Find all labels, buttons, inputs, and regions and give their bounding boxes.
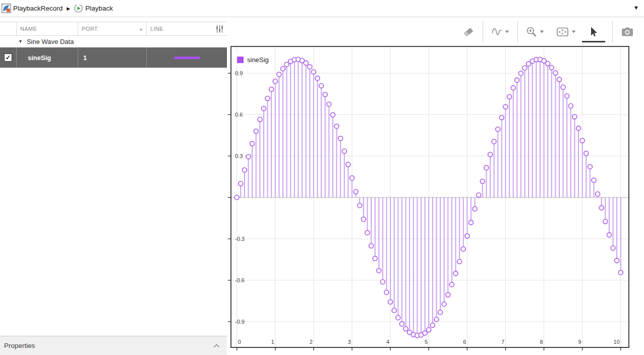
- row-port-cell: 1: [78, 47, 147, 68]
- signal-checkbox[interactable]: ✓: [4, 54, 12, 62]
- dropdown-caret-icon[interactable]: [540, 30, 544, 33]
- plot-legend: sineSig: [234, 54, 274, 66]
- plot-area[interactable]: sineSig 0.90.60.30-0.3-0.6-0.90123456789…: [230, 46, 629, 348]
- row-checkbox-cell: ✓: [0, 47, 17, 68]
- properties-panel-header[interactable]: Properties: [0, 336, 227, 355]
- window-dropdown-icon[interactable]: ▼: [633, 5, 639, 11]
- record-block-icon: [2, 4, 11, 13]
- signal-port: 1: [83, 54, 87, 62]
- checkbox-check-icon: ✓: [6, 55, 11, 61]
- svg-text:3: 3: [348, 339, 351, 345]
- plot-panel: sineSig 0.90.60.30-0.3-0.6-0.90123456789…: [227, 18, 644, 355]
- header-line[interactable]: LINE: [147, 22, 227, 35]
- signal-name: sineSig: [28, 54, 51, 62]
- header-checkbox-column: [0, 22, 17, 35]
- filter-columns-icon[interactable]: [215, 25, 224, 33]
- svg-text:0.3: 0.3: [235, 153, 243, 159]
- signal-group-row[interactable]: ▼ Sine Wave Data: [0, 36, 227, 47]
- signal-list-panel: NAME PORT ▲ LINE: [0, 18, 227, 355]
- collapse-chevron-icon[interactable]: [213, 344, 220, 348]
- legend-label: sineSig: [247, 56, 269, 64]
- toolbar-separator: [483, 21, 483, 43]
- breadcrumb-model[interactable]: PlaybackRecord: [2, 4, 63, 13]
- camera-icon: [621, 26, 634, 37]
- breadcrumb-viewer-label: Playback: [85, 5, 113, 12]
- dropdown-caret-icon[interactable]: [505, 30, 509, 33]
- selected-tool-underline: [582, 41, 605, 43]
- plot-toolbar: [227, 18, 644, 46]
- svg-text:0.9: 0.9: [235, 70, 243, 76]
- stem-plot-svg: 0.90.60.30-0.3-0.6-0.9012345678910: [231, 47, 628, 347]
- svg-text:-0.3: -0.3: [235, 236, 245, 242]
- breadcrumb-viewer[interactable]: Playback: [74, 4, 113, 13]
- breadcrumb-separator-icon: ▶: [67, 6, 70, 11]
- sort-ascending-icon: ▲: [139, 27, 143, 31]
- breadcrumb: PlaybackRecord ▶ Playback ▼: [0, 0, 644, 17]
- svg-text:0: 0: [238, 339, 241, 345]
- header-port[interactable]: PORT ▲: [78, 22, 147, 35]
- fit-to-view-button[interactable]: [553, 24, 579, 39]
- toolbar-separator: [612, 21, 613, 43]
- cursor-arrow-icon: [588, 26, 599, 37]
- row-line-cell: [147, 47, 227, 68]
- zoom-in-icon: [526, 26, 537, 37]
- group-collapse-icon[interactable]: ▼: [18, 39, 23, 44]
- properties-title: Properties: [4, 342, 35, 349]
- svg-text:4: 4: [386, 339, 389, 345]
- header-name[interactable]: NAME: [17, 22, 78, 35]
- signal-table-header: NAME PORT ▲ LINE: [0, 22, 227, 36]
- dropdown-caret-icon[interactable]: [571, 30, 576, 33]
- svg-text:6: 6: [463, 339, 466, 345]
- fit-to-view-icon: [556, 26, 569, 37]
- svg-text:10: 10: [614, 339, 620, 345]
- svg-text:-0.6: -0.6: [235, 277, 245, 283]
- breadcrumb-model-label: PlaybackRecord: [13, 5, 63, 12]
- svg-text:1: 1: [271, 339, 274, 345]
- svg-text:7: 7: [501, 339, 504, 345]
- playback-icon: [74, 4, 83, 13]
- svg-text:-0.9: -0.9: [235, 319, 245, 325]
- legend-swatch: [237, 57, 244, 63]
- group-label: Sine Wave Data: [27, 38, 74, 45]
- signal-style-button[interactable]: [488, 24, 512, 39]
- svg-text:5: 5: [425, 339, 428, 345]
- signal-table: NAME PORT ▲ LINE: [0, 22, 227, 68]
- row-name-cell: sineSig: [17, 47, 78, 68]
- svg-text:2: 2: [310, 339, 313, 345]
- table-row-sinesig[interactable]: ✓ sineSig 1: [0, 47, 227, 68]
- header-line-label: LINE: [150, 26, 163, 32]
- svg-text:0.6: 0.6: [235, 112, 243, 118]
- select-cursor-button[interactable]: [585, 24, 602, 39]
- line-style-swatch[interactable]: [174, 57, 200, 59]
- snapshot-button[interactable]: [618, 24, 637, 39]
- zoom-in-button[interactable]: [523, 24, 547, 39]
- svg-text:9: 9: [578, 339, 581, 345]
- svg-text:8: 8: [540, 339, 543, 345]
- eraser-icon: [462, 26, 475, 37]
- header-port-label: PORT: [82, 26, 98, 32]
- erase-button[interactable]: [459, 24, 478, 39]
- signal-wave-icon: [491, 26, 502, 37]
- toolbar-separator: [517, 21, 518, 43]
- header-name-label: NAME: [20, 26, 37, 32]
